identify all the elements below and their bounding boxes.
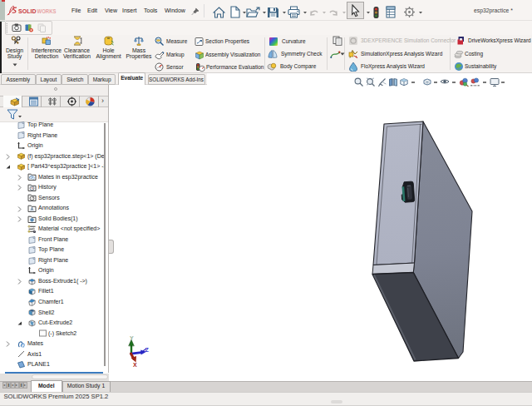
svg-text:X: X bbox=[133, 362, 137, 368]
svg-text:Y: Y bbox=[130, 335, 134, 341]
svg-text:Z: Z bbox=[145, 347, 150, 353]
